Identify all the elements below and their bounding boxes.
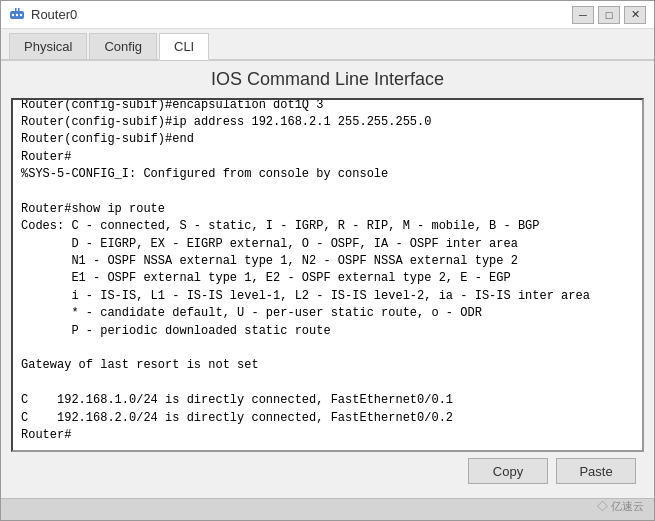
terminal-text: to up Router(config-subif)#encapsulation…	[13, 100, 642, 450]
page-title: IOS Command Line Interface	[11, 69, 644, 90]
copy-button[interactable]: Copy	[468, 458, 548, 484]
svg-rect-4	[15, 8, 17, 11]
main-content: IOS Command Line Interface to up Router(…	[1, 61, 654, 498]
title-bar: Router0 ─ □ ✕	[1, 1, 654, 29]
title-bar-left: Router0	[9, 7, 77, 23]
tab-config[interactable]: Config	[89, 33, 157, 59]
terminal-container[interactable]: to up Router(config-subif)#encapsulation…	[11, 98, 644, 452]
status-bar: ◇ 亿速云	[1, 498, 654, 520]
tab-physical[interactable]: Physical	[9, 33, 87, 59]
bottom-bar: Copy Paste	[11, 452, 644, 490]
tab-bar: Physical Config CLI	[1, 29, 654, 61]
window-title: Router0	[31, 7, 77, 22]
svg-point-2	[16, 13, 18, 15]
svg-rect-5	[18, 8, 20, 11]
close-button[interactable]: ✕	[624, 6, 646, 24]
svg-point-1	[12, 13, 14, 15]
tab-cli[interactable]: CLI	[159, 33, 209, 60]
terminal-scroll[interactable]: to up Router(config-subif)#encapsulation…	[13, 100, 642, 450]
main-window: Router0 ─ □ ✕ Physical Config CLI IOS Co…	[0, 0, 655, 521]
minimize-button[interactable]: ─	[572, 6, 594, 24]
svg-point-3	[20, 13, 22, 15]
watermark: ◇ 亿速云	[597, 499, 644, 514]
title-bar-controls: ─ □ ✕	[572, 6, 646, 24]
maximize-button[interactable]: □	[598, 6, 620, 24]
paste-button[interactable]: Paste	[556, 458, 636, 484]
router-icon	[9, 7, 25, 23]
